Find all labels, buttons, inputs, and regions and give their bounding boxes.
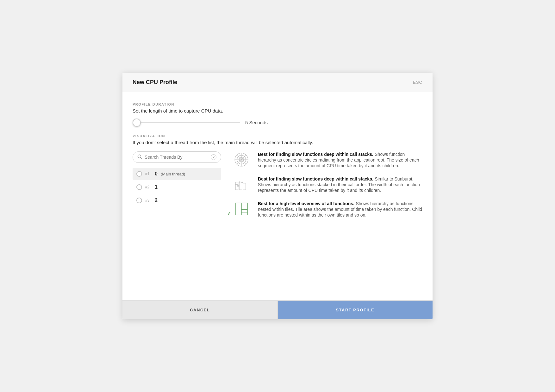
- viz-bold-treemap: Best for a high-level overview of all fu…: [258, 201, 354, 206]
- viz-bold-flame: Best for finding slow functions deep wit…: [258, 176, 373, 181]
- thread-item[interactable]: #3 2: [133, 194, 221, 206]
- search-clear-button[interactable]: ×: [211, 154, 216, 160]
- svg-rect-13: [237, 185, 239, 186]
- dialog-body: PROFILE DURATION Set the length of time …: [122, 92, 433, 300]
- radio-circle[interactable]: [136, 171, 142, 177]
- thread-name: 1: [155, 184, 158, 190]
- viz-option-flame[interactable]: Best for finding slow functions deep wit…: [231, 176, 422, 193]
- esc-label[interactable]: ESC: [413, 80, 422, 85]
- search-input[interactable]: [145, 155, 208, 160]
- visualization-desc: If you don't select a thread from the li…: [133, 140, 422, 145]
- treemap-icon-wrap: ✓: [231, 201, 252, 217]
- start-profile-button[interactable]: START PROFILE: [278, 301, 433, 319]
- visualization-label: VISUALIZATION: [133, 134, 422, 138]
- viz-text-sunburst: Best for finding slow functions deep wit…: [258, 151, 422, 168]
- flame-icon-wrap: [231, 176, 252, 193]
- profile-duration-desc: Set the length of time to capture CPU da…: [133, 108, 422, 113]
- checkmark-icon: ✓: [227, 211, 231, 217]
- viz-option-treemap[interactable]: ✓ Best for a high-level overview of all …: [231, 201, 422, 218]
- viz-option-sunburst[interactable]: Best for finding slow functions deep wit…: [231, 151, 422, 168]
- dialog-footer: CANCEL START PROFILE: [122, 300, 433, 319]
- thread-name: 0: [155, 171, 158, 177]
- slider-container: 5 Seconds: [133, 120, 422, 125]
- thread-name: 2: [155, 198, 158, 203]
- svg-line-1: [141, 158, 142, 159]
- search-box[interactable]: ×: [133, 151, 221, 163]
- dialog-title: New CPU Profile: [133, 79, 177, 86]
- thread-num: #2: [145, 185, 152, 189]
- svg-rect-14: [240, 182, 241, 183]
- thread-item[interactable]: #2 1: [133, 181, 221, 193]
- content-area: × #1 0 (Main thread) #2 1: [133, 151, 422, 218]
- thread-num: #1: [145, 172, 152, 176]
- flame-icon: [233, 176, 250, 193]
- radio-circle[interactable]: [136, 184, 142, 190]
- svg-rect-9: [235, 184, 238, 190]
- slider-thumb[interactable]: [133, 119, 141, 127]
- viz-text-flame: Best for finding slow functions deep wit…: [258, 176, 422, 193]
- svg-rect-12: [243, 183, 246, 190]
- sunburst-icon: [233, 151, 250, 168]
- thread-num: #3: [145, 198, 152, 203]
- slider-value: 5 Seconds: [245, 120, 268, 125]
- right-panel: Best for finding slow functions deep wit…: [231, 151, 422, 218]
- duration-slider[interactable]: [133, 122, 240, 123]
- svg-rect-11: [239, 181, 242, 190]
- thread-tag: (Main thread): [161, 172, 185, 176]
- dialog-header: New CPU Profile ESC: [122, 73, 433, 92]
- cancel-button[interactable]: CANCEL: [122, 301, 278, 319]
- profile-duration-label: PROFILE DURATION: [133, 102, 422, 106]
- svg-rect-10: [235, 182, 238, 184]
- search-icon: [137, 154, 142, 160]
- viz-bold-sunburst: Best for finding slow functions deep wit…: [258, 152, 373, 157]
- treemap-icon: [233, 201, 250, 217]
- radio-circle[interactable]: [136, 198, 142, 203]
- viz-text-treemap: Best for a high-level overview of all fu…: [258, 201, 422, 218]
- sunburst-icon-wrap: [231, 151, 252, 168]
- thread-item[interactable]: #1 0 (Main thread): [133, 168, 221, 180]
- thread-list: #1 0 (Main thread) #2 1 #3 2: [133, 168, 221, 206]
- new-cpu-profile-dialog: New CPU Profile ESC PROFILE DURATION Set…: [122, 73, 433, 319]
- left-panel: × #1 0 (Main thread) #2 1: [133, 151, 221, 218]
